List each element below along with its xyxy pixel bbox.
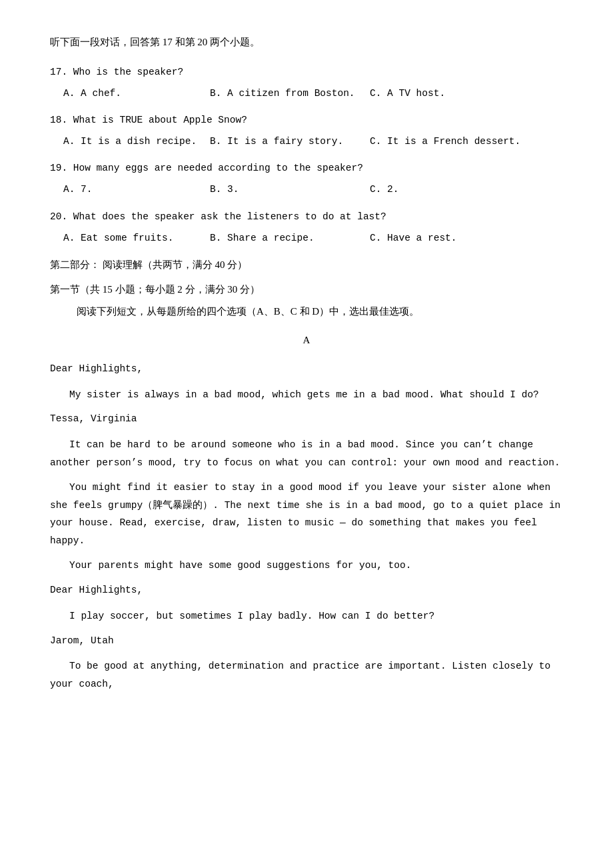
reply1-p3: Your parents might have some good sugges… <box>50 557 563 575</box>
q20-stem: 20. What does the speaker ask the listen… <box>50 208 563 225</box>
q18-option-b: B. It is a fairy story. <box>210 133 370 150</box>
q17-options: A. A chef. B. A citizen from Boston. C. … <box>50 85 563 102</box>
q18-number: 18. <box>50 115 67 125</box>
listening-intro: 听下面一段对话，回答第 17 和第 20 两个小题。 <box>50 33 563 51</box>
q19-number: 19. <box>50 163 67 173</box>
q20-text: What does the speaker ask the listeners … <box>73 211 386 222</box>
page-wrapper: 听下面一段对话，回答第 17 和第 20 两个小题。 17. Who is th… <box>50 33 563 868</box>
reply1-p2: You might find it easier to stay in a go… <box>50 479 563 550</box>
question-20: 20. What does the speaker ask the listen… <box>50 208 563 247</box>
q17-number: 17. <box>50 67 67 77</box>
q20-option-c: C. Have a rest. <box>370 229 563 247</box>
q18-text: What is TRUE about Apple Snow? <box>73 115 247 125</box>
passage-a-letter: A <box>50 331 563 349</box>
letter2-body: I play soccer, but sometimes I play badl… <box>50 607 563 625</box>
q18-stem: 18. What is TRUE about Apple Snow? <box>50 111 563 129</box>
letter1-body: My sister is always in a bad mood, which… <box>50 386 563 404</box>
section1-header: 第一节（共 15 小题；每小题 2 分，满分 30 分） <box>50 281 563 299</box>
q18-options: A. It is a dish recipe. B. It is a fairy… <box>50 133 563 150</box>
q17-option-a: A. A chef. <box>63 85 210 102</box>
q17-option-c: C. A TV host. <box>370 85 563 102</box>
q19-text: How many eggs are needed according to th… <box>73 163 363 173</box>
q19-options: A. 7. B. 3. C. 2. <box>50 181 563 198</box>
q20-option-a: A. Eat some fruits. <box>63 229 210 247</box>
q19-option-b: B. 3. <box>210 181 370 198</box>
q19-option-c: C. 2. <box>370 181 563 198</box>
salutation-1: Dear Highlights, <box>50 360 563 378</box>
signature-1: Tessa, Virginia <box>50 410 563 428</box>
signature-2: Jarom, Utah <box>50 632 563 650</box>
q20-options: A. Eat some fruits. B. Share a recipe. C… <box>50 229 563 247</box>
q18-option-a: A. It is a dish recipe. <box>63 133 210 150</box>
reply1-p1: It can be hard to be around someone who … <box>50 436 563 472</box>
reply2-p1: To be good at anything, determination an… <box>50 657 563 693</box>
q18-option-c: C. It is a French dessert. <box>370 133 563 150</box>
salutation-2: Dear Highlights, <box>50 581 563 599</box>
page-content: 听下面一段对话，回答第 17 和第 20 两个小题。 17. Who is th… <box>50 33 563 693</box>
question-19: 19. How many eggs are needed according t… <box>50 159 563 198</box>
q20-option-b: B. Share a recipe. <box>210 229 370 247</box>
question-17: 17. Who is the speaker? A. A chef. B. A … <box>50 63 563 102</box>
q17-text: Who is the speaker? <box>73 67 183 77</box>
part2-header: 第二部分： 阅读理解（共两节，满分 40 分） <box>50 256 563 274</box>
question-18: 18. What is TRUE about Apple Snow? A. It… <box>50 111 563 150</box>
q19-option-a: A. 7. <box>63 181 210 198</box>
section1-instruction: 阅读下列短文，从每题所给的四个选项（A、B、C 和 D）中，选出最佳选项。 <box>50 303 563 321</box>
q19-stem: 19. How many eggs are needed according t… <box>50 159 563 177</box>
page-number: 3 <box>508 865 513 868</box>
q17-stem: 17. Who is the speaker? <box>50 63 563 81</box>
q20-number: 20. <box>50 211 67 222</box>
q17-option-b: B. A citizen from Boston. <box>210 85 370 102</box>
